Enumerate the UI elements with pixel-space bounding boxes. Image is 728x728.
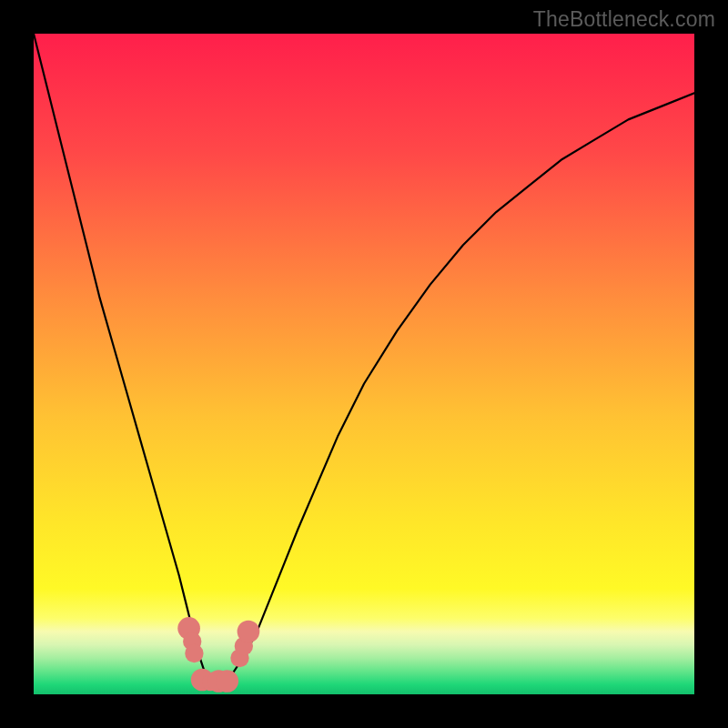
data-marker <box>185 644 203 662</box>
chart-svg <box>34 34 694 694</box>
watermark-text: TheBottleneck.com <box>533 7 715 32</box>
data-marker <box>238 621 260 643</box>
plot-area <box>34 34 694 694</box>
gradient-background <box>34 34 694 694</box>
chart-frame: TheBottleneck.com <box>0 0 728 728</box>
data-marker <box>216 670 238 693</box>
